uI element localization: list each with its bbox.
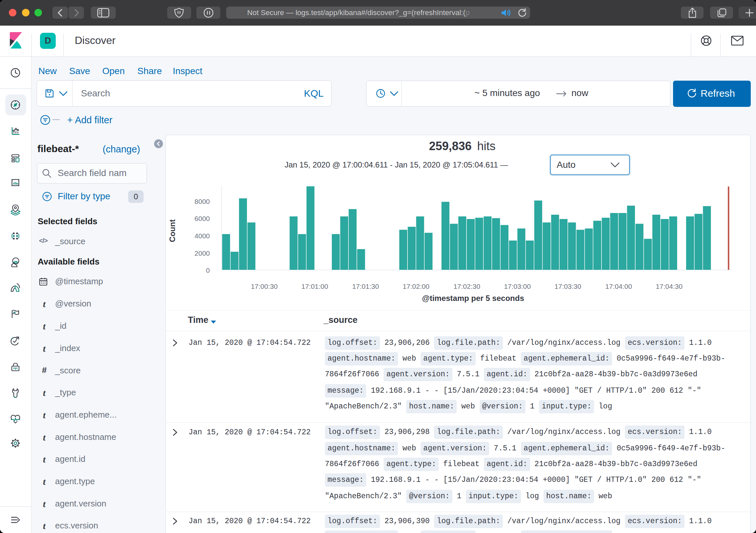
svg-text:6000: 6000 [194,215,210,222]
svg-text:0: 0 [206,267,210,274]
svg-text:17:01:00: 17:01:00 [301,282,328,290]
svg-text:Count: Count [168,219,177,242]
svg-text:4000: 4000 [194,232,210,240]
svg-text:8000: 8000 [194,198,210,205]
svg-text:17:01:30: 17:01:30 [352,282,379,290]
svg-text:17:02:00: 17:02:00 [403,282,429,290]
svg-text:17:03:00: 17:03:00 [504,282,531,290]
svg-text:@timestamp per 5 seconds: @timestamp per 5 seconds [422,294,524,303]
svg-text:17:03:30: 17:03:30 [554,282,581,290]
svg-text:17:00:30: 17:00:30 [251,282,278,290]
svg-text:17:04:30: 17:04:30 [656,282,683,290]
svg-text:17:02:30: 17:02:30 [453,282,480,290]
svg-text:2000: 2000 [194,250,210,257]
svg-text:17:04:00: 17:04:00 [605,282,632,290]
